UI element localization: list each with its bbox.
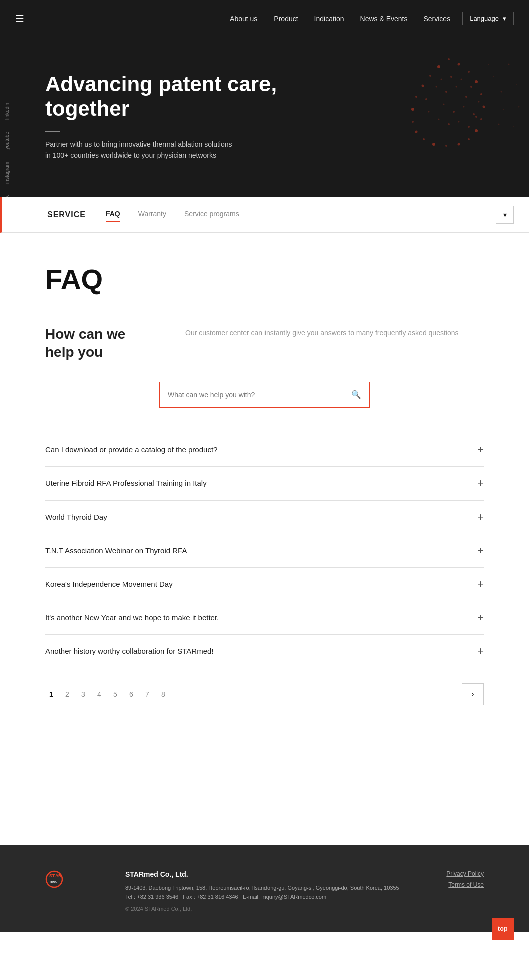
faq-item[interactable]: Uterine Fibroid RFA Professional Trainin… — [45, 467, 484, 501]
svg-point-53 — [518, 106, 520, 108]
faq-item[interactable]: Korea's Independence Movement Day + — [45, 568, 484, 601]
svg-point-19 — [423, 138, 425, 140]
page-4[interactable]: 4 — [93, 690, 105, 698]
faq-item[interactable]: Can I download or provide a catalog of t… — [45, 433, 484, 467]
faq-help-heading: How can we help you — [45, 325, 145, 362]
faq-item[interactable]: Another history worthy collaboration for… — [45, 635, 484, 668]
service-label: SERVICE — [47, 210, 86, 219]
social-youtube[interactable]: youtube — [0, 126, 14, 156]
faq-item[interactable]: T.N.T Association Webinar on Thyroid RFA… — [45, 534, 484, 568]
search-icon[interactable]: 🔍 — [351, 390, 361, 399]
faq-expand-icon: + — [477, 579, 484, 590]
svg-point-18 — [432, 143, 435, 146]
hero-divider — [45, 131, 60, 132]
footer-privacy-policy[interactable]: Privacy Policy — [446, 870, 484, 877]
page-8[interactable]: 8 — [157, 690, 169, 698]
svg-point-13 — [480, 118, 482, 120]
nav-news-events[interactable]: News & Events — [360, 15, 408, 23]
svg-point-20 — [415, 131, 418, 133]
svg-point-49 — [498, 124, 500, 125]
footer-info: STARmed Co., Ltd. 89-1403, Daebong Tript… — [125, 870, 416, 912]
faq-item[interactable]: It's another New Year and we hope to mak… — [45, 601, 484, 635]
svg-text:med: med — [50, 879, 58, 884]
faq-item[interactable]: World Thyroid Day + — [45, 501, 484, 534]
nav-links: About us Product Indication News & Event… — [230, 14, 450, 23]
svg-point-12 — [483, 106, 485, 108]
page-7[interactable]: 7 — [141, 690, 153, 698]
svg-point-28 — [456, 86, 457, 88]
faq-help-row: How can we help you Our customer center … — [45, 325, 484, 362]
svg-point-26 — [436, 86, 437, 88]
hero-subtitle: Partner with us to bring innovative ther… — [45, 139, 296, 161]
spacer — [0, 755, 529, 845]
faq-search-input[interactable] — [168, 391, 351, 399]
social-instagram[interactable]: instagram — [0, 156, 14, 190]
nav-about[interactable]: About us — [230, 15, 257, 23]
svg-point-51 — [508, 64, 510, 65]
svg-point-6 — [437, 65, 440, 68]
faq-expand-icon: + — [477, 612, 484, 623]
footer-address: 89-1403, Daebong Triptown, 158, Heoreums… — [125, 883, 416, 902]
social-facebook[interactable]: facebook — [0, 189, 14, 197]
nav-services[interactable]: Services — [423, 15, 450, 23]
svg-text:R: R — [58, 873, 62, 878]
faq-search-row: 🔍 — [45, 382, 484, 408]
footer-company-name: STARmed Co., Ltd. — [125, 870, 416, 878]
svg-point-23 — [415, 96, 417, 98]
nav-indication[interactable]: Indication — [314, 15, 344, 23]
svg-point-27 — [445, 91, 447, 93]
svg-point-54 — [513, 126, 514, 127]
tab-warranty[interactable]: Warranty — [138, 210, 166, 220]
faq-expand-icon: + — [477, 545, 484, 556]
page-1[interactable]: 1 — [45, 690, 57, 698]
svg-point-40 — [441, 79, 442, 80]
tab-service-programs[interactable]: Service programs — [184, 210, 239, 220]
svg-point-39 — [425, 98, 427, 100]
svg-point-45 — [475, 116, 477, 118]
faq-help-description: Our customer center can instantly give y… — [185, 325, 484, 338]
social-sidebar: linkedin youtube instagram facebook — [0, 97, 14, 197]
hamburger-menu[interactable]: ☰ — [15, 13, 24, 25]
footer-logo-icon: S T A R med — [45, 870, 85, 888]
social-linkedin[interactable]: linkedin — [0, 97, 14, 126]
tab-faq[interactable]: FAQ — [106, 210, 120, 220]
faq-list: Can I download or provide a catalog of t… — [45, 433, 484, 668]
svg-point-41 — [450, 76, 452, 78]
svg-point-34 — [438, 119, 440, 120]
svg-point-44 — [478, 101, 480, 103]
svg-point-25 — [429, 75, 431, 77]
scroll-down-button[interactable]: ▾ — [496, 206, 514, 224]
svg-point-16 — [458, 143, 460, 146]
svg-point-46 — [493, 76, 494, 77]
page-3[interactable]: 3 — [77, 690, 89, 698]
faq-expand-icon: + — [477, 444, 484, 455]
back-to-top-button[interactable]: top — [492, 918, 514, 932]
pagination: 1 2 3 4 5 6 7 8 › — [45, 668, 484, 735]
navbar: ☰ S T A R med About us Product Indicatio… — [0, 0, 529, 37]
page-6[interactable]: 6 — [125, 690, 137, 698]
svg-point-31 — [453, 111, 455, 113]
svg-point-14 — [475, 129, 478, 132]
faq-search-box: 🔍 — [159, 382, 370, 408]
svg-point-37 — [468, 126, 470, 128]
page-5[interactable]: 5 — [109, 690, 121, 698]
footer-links: Privacy Policy Terms of Use — [446, 870, 484, 888]
language-selector[interactable]: Language ▾ — [462, 12, 514, 25]
svg-point-10 — [475, 80, 478, 83]
pagination-next[interactable]: › — [462, 683, 484, 705]
nav-product[interactable]: Product — [274, 15, 298, 23]
svg-point-47 — [501, 91, 502, 93]
svg-point-24 — [422, 85, 424, 87]
svg-point-52 — [516, 84, 517, 85]
faq-expand-icon: + — [477, 512, 484, 523]
faq-title: FAQ — [45, 263, 484, 295]
footer-terms-of-use[interactable]: Terms of Use — [448, 881, 484, 888]
page-2[interactable]: 2 — [61, 690, 73, 698]
svg-point-17 — [445, 145, 447, 147]
svg-point-11 — [480, 93, 482, 95]
svg-point-48 — [503, 109, 504, 110]
svg-point-29 — [465, 96, 467, 98]
svg-point-50 — [488, 64, 489, 65]
svg-point-30 — [443, 104, 445, 105]
svg-point-7 — [448, 58, 450, 60]
